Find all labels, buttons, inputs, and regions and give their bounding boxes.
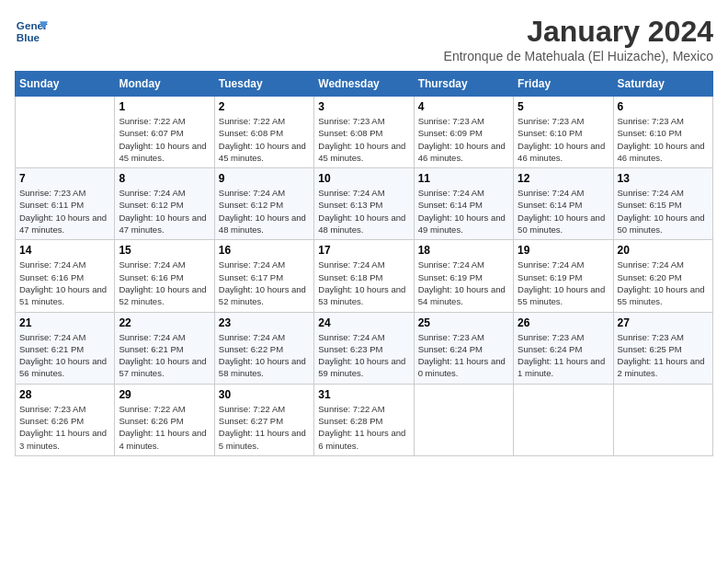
day-number: 25 [418, 316, 509, 329]
calendar-day-cell: 19Sunrise: 7:24 AM Sunset: 6:19 PM Dayli… [514, 240, 613, 312]
day-number: 8 [119, 172, 210, 185]
calendar-day-cell: 8Sunrise: 7:24 AM Sunset: 6:12 PM Daylig… [115, 168, 214, 240]
day-info: Sunrise: 7:24 AM Sunset: 6:14 PM Dayligh… [518, 187, 609, 236]
weekday-header-cell: Saturday [613, 72, 712, 97]
weekday-header-row: SundayMondayTuesdayWednesdayThursdayFrid… [16, 72, 713, 97]
day-info: Sunrise: 7:23 AM Sunset: 6:11 PM Dayligh… [19, 187, 110, 236]
day-info: Sunrise: 7:24 AM Sunset: 6:13 PM Dayligh… [318, 187, 409, 236]
page-header: General Blue January 2024 Entronque de M… [15, 15, 713, 63]
weekday-header-cell: Sunday [16, 72, 115, 97]
calendar-day-cell [613, 384, 712, 455]
calendar-day-cell: 23Sunrise: 7:24 AM Sunset: 6:22 PM Dayli… [214, 312, 313, 384]
day-number: 16 [219, 244, 310, 257]
day-info: Sunrise: 7:22 AM Sunset: 6:26 PM Dayligh… [119, 403, 210, 452]
day-number: 1 [119, 100, 210, 113]
day-number: 27 [618, 316, 709, 329]
calendar-week-row: 28Sunrise: 7:23 AM Sunset: 6:26 PM Dayli… [16, 384, 713, 455]
day-number: 6 [618, 100, 709, 113]
day-info: Sunrise: 7:24 AM Sunset: 6:14 PM Dayligh… [418, 187, 509, 236]
calendar-day-cell: 14Sunrise: 7:24 AM Sunset: 6:16 PM Dayli… [16, 240, 115, 312]
calendar-body: 1Sunrise: 7:22 AM Sunset: 6:07 PM Daylig… [16, 97, 713, 456]
calendar-day-cell: 3Sunrise: 7:23 AM Sunset: 6:08 PM Daylig… [314, 97, 414, 168]
day-info: Sunrise: 7:23 AM Sunset: 6:10 PM Dayligh… [618, 115, 709, 164]
day-info: Sunrise: 7:24 AM Sunset: 6:15 PM Dayligh… [618, 187, 709, 236]
calendar-day-cell: 27Sunrise: 7:23 AM Sunset: 6:25 PM Dayli… [613, 312, 712, 384]
day-number: 7 [19, 172, 110, 185]
day-number: 2 [219, 100, 310, 113]
day-number: 14 [19, 244, 110, 257]
day-number: 4 [418, 100, 509, 113]
day-number: 10 [318, 172, 409, 185]
day-info: Sunrise: 7:23 AM Sunset: 6:25 PM Dayligh… [618, 331, 709, 380]
day-info: Sunrise: 7:24 AM Sunset: 6:16 PM Dayligh… [19, 259, 110, 307]
calendar-day-cell: 15Sunrise: 7:24 AM Sunset: 6:16 PM Dayli… [115, 240, 214, 312]
calendar-week-row: 14Sunrise: 7:24 AM Sunset: 6:16 PM Dayli… [16, 240, 713, 312]
logo-icon: General Blue [15, 15, 48, 48]
calendar-day-cell: 5Sunrise: 7:23 AM Sunset: 6:10 PM Daylig… [514, 97, 613, 168]
weekday-header-cell: Tuesday [214, 72, 313, 97]
day-info: Sunrise: 7:22 AM Sunset: 6:28 PM Dayligh… [318, 403, 409, 452]
month-title: January 2024 [444, 15, 713, 49]
day-info: Sunrise: 7:22 AM Sunset: 6:07 PM Dayligh… [119, 115, 210, 164]
calendar-day-cell: 17Sunrise: 7:24 AM Sunset: 6:18 PM Dayli… [314, 240, 414, 312]
day-info: Sunrise: 7:24 AM Sunset: 6:19 PM Dayligh… [418, 259, 509, 307]
calendar-day-cell: 21Sunrise: 7:24 AM Sunset: 6:21 PM Dayli… [16, 312, 115, 384]
calendar-day-cell: 4Sunrise: 7:23 AM Sunset: 6:09 PM Daylig… [414, 97, 513, 168]
day-info: Sunrise: 7:23 AM Sunset: 6:24 PM Dayligh… [518, 331, 609, 380]
title-area: January 2024 Entronque de Matehuala (El … [444, 15, 713, 63]
calendar-week-row: 21Sunrise: 7:24 AM Sunset: 6:21 PM Dayli… [16, 312, 713, 384]
day-number: 21 [19, 316, 110, 329]
calendar-day-cell: 2Sunrise: 7:22 AM Sunset: 6:08 PM Daylig… [214, 97, 313, 168]
calendar-day-cell [514, 384, 613, 455]
day-info: Sunrise: 7:24 AM Sunset: 6:20 PM Dayligh… [618, 259, 709, 307]
calendar-table: SundayMondayTuesdayWednesdayThursdayFrid… [15, 71, 713, 456]
day-info: Sunrise: 7:24 AM Sunset: 6:21 PM Dayligh… [119, 331, 210, 380]
day-info: Sunrise: 7:24 AM Sunset: 6:17 PM Dayligh… [219, 259, 310, 307]
svg-text:Blue: Blue [17, 31, 40, 43]
day-number: 18 [418, 244, 509, 257]
calendar-day-cell: 18Sunrise: 7:24 AM Sunset: 6:19 PM Dayli… [414, 240, 513, 312]
day-number: 9 [219, 172, 310, 185]
day-number: 28 [19, 388, 110, 401]
day-info: Sunrise: 7:23 AM Sunset: 6:10 PM Dayligh… [518, 115, 609, 164]
calendar-day-cell: 20Sunrise: 7:24 AM Sunset: 6:20 PM Dayli… [613, 240, 712, 312]
day-info: Sunrise: 7:23 AM Sunset: 6:24 PM Dayligh… [418, 331, 509, 380]
weekday-header-cell: Thursday [414, 72, 513, 97]
calendar-day-cell: 28Sunrise: 7:23 AM Sunset: 6:26 PM Dayli… [16, 384, 115, 455]
calendar-day-cell: 16Sunrise: 7:24 AM Sunset: 6:17 PM Dayli… [214, 240, 313, 312]
calendar-day-cell: 7Sunrise: 7:23 AM Sunset: 6:11 PM Daylig… [16, 168, 115, 240]
calendar-day-cell: 29Sunrise: 7:22 AM Sunset: 6:26 PM Dayli… [115, 384, 214, 455]
day-number: 5 [518, 100, 609, 113]
day-info: Sunrise: 7:24 AM Sunset: 6:16 PM Dayligh… [119, 259, 210, 307]
day-number: 13 [618, 172, 709, 185]
day-number: 12 [518, 172, 609, 185]
calendar-day-cell: 30Sunrise: 7:22 AM Sunset: 6:27 PM Dayli… [214, 384, 313, 455]
calendar-day-cell: 24Sunrise: 7:24 AM Sunset: 6:23 PM Dayli… [314, 312, 414, 384]
weekday-header-cell: Friday [514, 72, 613, 97]
day-info: Sunrise: 7:22 AM Sunset: 6:08 PM Dayligh… [219, 115, 310, 164]
calendar-day-cell: 13Sunrise: 7:24 AM Sunset: 6:15 PM Dayli… [613, 168, 712, 240]
day-info: Sunrise: 7:24 AM Sunset: 6:21 PM Dayligh… [19, 331, 110, 380]
day-number: 26 [518, 316, 609, 329]
calendar-day-cell: 22Sunrise: 7:24 AM Sunset: 6:21 PM Dayli… [115, 312, 214, 384]
calendar-week-row: 7Sunrise: 7:23 AM Sunset: 6:11 PM Daylig… [16, 168, 713, 240]
day-number: 22 [119, 316, 210, 329]
calendar-day-cell: 10Sunrise: 7:24 AM Sunset: 6:13 PM Dayli… [314, 168, 414, 240]
day-number: 20 [618, 244, 709, 257]
calendar-day-cell: 6Sunrise: 7:23 AM Sunset: 6:10 PM Daylig… [613, 97, 712, 168]
day-number: 19 [518, 244, 609, 257]
day-number: 3 [318, 100, 409, 113]
weekday-header-cell: Monday [115, 72, 214, 97]
day-number: 11 [418, 172, 509, 185]
calendar-week-row: 1Sunrise: 7:22 AM Sunset: 6:07 PM Daylig… [16, 97, 713, 168]
calendar-day-cell: 31Sunrise: 7:22 AM Sunset: 6:28 PM Dayli… [314, 384, 414, 455]
day-info: Sunrise: 7:24 AM Sunset: 6:18 PM Dayligh… [318, 259, 409, 307]
day-info: Sunrise: 7:24 AM Sunset: 6:19 PM Dayligh… [518, 259, 609, 307]
day-info: Sunrise: 7:24 AM Sunset: 6:12 PM Dayligh… [219, 187, 310, 236]
calendar-day-cell: 25Sunrise: 7:23 AM Sunset: 6:24 PM Dayli… [414, 312, 513, 384]
location-subtitle: Entronque de Matehuala (El Huizache), Me… [444, 49, 713, 63]
day-info: Sunrise: 7:23 AM Sunset: 6:08 PM Dayligh… [318, 115, 409, 164]
day-number: 23 [219, 316, 310, 329]
day-number: 30 [219, 388, 310, 401]
calendar-day-cell: 26Sunrise: 7:23 AM Sunset: 6:24 PM Dayli… [514, 312, 613, 384]
